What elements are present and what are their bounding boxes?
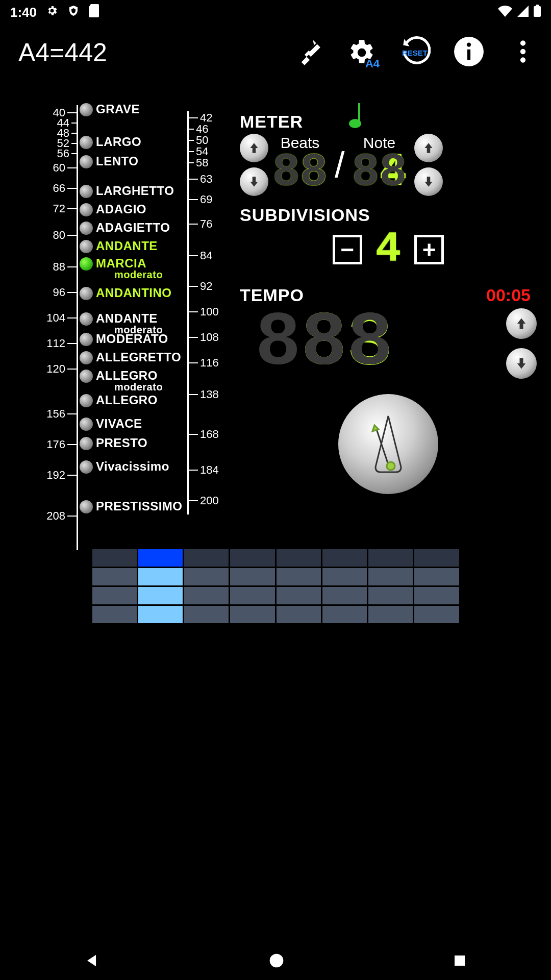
beat-cell[interactable] (322, 549, 367, 567)
scale-right-tick: 116 (189, 356, 219, 370)
note-down-button[interactable] (414, 167, 443, 196)
beat-cell[interactable] (184, 606, 229, 623)
tempo-scale[interactable]: 4044485256606672808896104112120156176192… (10, 101, 235, 550)
sd-card-icon (89, 4, 100, 21)
tempo-item[interactable]: ANDANTINO (80, 287, 172, 300)
tempo-label: ALLEGRO (96, 394, 158, 406)
tempo-item[interactable]: PRESTISSIMO (80, 500, 183, 513)
scale-left-tick: 176 (46, 438, 77, 451)
play-metronome-button[interactable] (338, 394, 438, 494)
beat-cell[interactable] (414, 606, 459, 623)
tempo-dot (80, 312, 93, 326)
tempo-dot (80, 460, 93, 474)
scale-left-tick: 60 (53, 161, 77, 175)
scale-left-tick: 72 (53, 202, 77, 215)
tempo-up-button[interactable] (506, 308, 537, 339)
beat-cell[interactable] (368, 587, 413, 604)
tempo-item[interactable]: MARCIAmoderato (80, 257, 163, 280)
scale-left-tick: 104 (46, 311, 77, 325)
beat-cell[interactable] (277, 587, 321, 604)
beat-cell[interactable] (414, 587, 459, 604)
beat-cell[interactable] (230, 606, 274, 623)
beat-cell[interactable] (368, 606, 413, 623)
nav-home-icon[interactable] (268, 952, 285, 971)
tempo-item[interactable]: PRESTO (80, 437, 147, 450)
beat-cell[interactable] (277, 606, 321, 623)
svg-point-6 (520, 49, 525, 54)
tempo-item[interactable]: ANDANTE (80, 240, 158, 253)
beat-cell[interactable] (138, 568, 183, 585)
svg-rect-13 (455, 955, 465, 966)
reset-icon[interactable]: RESET (399, 36, 431, 69)
tempo-item[interactable]: LARGHETTO (80, 185, 174, 198)
tempo-item[interactable]: ADAGIO (80, 203, 146, 216)
beat-cell[interactable] (414, 568, 459, 585)
tempo-dot (80, 394, 93, 407)
sub-minus-button[interactable]: − (333, 235, 362, 264)
svg-point-7 (520, 57, 525, 62)
beat-cell[interactable] (368, 549, 413, 567)
nav-back-icon[interactable] (84, 952, 101, 971)
beat-cell[interactable] (184, 587, 229, 604)
beat-cell[interactable] (138, 587, 183, 604)
tempo-item[interactable]: ALLEGROmoderato (80, 370, 163, 392)
beat-cell[interactable] (277, 549, 321, 567)
beats-up-button[interactable] (240, 134, 268, 162)
more-icon[interactable] (507, 36, 539, 69)
note-up-button[interactable] (414, 134, 443, 162)
tempo-item[interactable]: MODERATO (80, 333, 168, 346)
beat-cell[interactable] (92, 587, 137, 604)
scale-right-tick: 92 (189, 280, 212, 293)
scale-right-tick: 58 (189, 156, 208, 169)
beat-cell[interactable] (230, 587, 274, 604)
tempo-dot (80, 257, 93, 271)
beat-cell[interactable] (92, 568, 137, 585)
info-icon[interactable] (453, 36, 485, 69)
beat-cell[interactable] (92, 549, 137, 567)
tempo-item[interactable]: ADAGIETTO (80, 222, 170, 235)
tempo-item[interactable]: LENTO (80, 155, 138, 168)
beat-cell[interactable] (184, 568, 229, 585)
status-bar: 1:40 (0, 0, 551, 24)
beats-down-button[interactable] (240, 167, 268, 196)
tempo-down-button[interactable] (506, 348, 537, 379)
wifi-icon (498, 5, 512, 20)
scale-right-tick: 138 (189, 388, 219, 401)
beat-cell[interactable] (230, 549, 274, 567)
tempo-item[interactable]: Vivacissimo (80, 460, 169, 474)
beat-cell[interactable] (138, 606, 183, 623)
tempo-item[interactable]: ALLEGRO (80, 394, 158, 407)
svg-point-9 (349, 119, 361, 128)
beat-cell[interactable] (92, 606, 137, 623)
nav-recent-icon[interactable] (452, 953, 467, 970)
tempo-dot (80, 103, 93, 116)
beat-cell[interactable] (414, 549, 459, 567)
beat-cell[interactable] (322, 568, 367, 585)
beat-cell[interactable] (368, 568, 413, 585)
tempo-dot (80, 333, 93, 346)
signal-icon (517, 5, 529, 20)
beat-cell[interactable] (184, 549, 229, 567)
tuning-fork-icon[interactable] (291, 36, 322, 69)
beat-cell[interactable] (277, 568, 321, 585)
tempo-item[interactable]: LARGO (80, 136, 141, 149)
beat-grid[interactable] (92, 549, 459, 623)
tempo-item[interactable]: VIVACE (80, 418, 142, 431)
tempo-label: ALLEGROmoderato (96, 370, 163, 392)
beat-cell[interactable] (322, 587, 367, 604)
tempo-dot (80, 418, 93, 431)
tempo-item[interactable]: ALLEGRETTO (80, 351, 181, 364)
settings-a4-icon[interactable]: A4 (345, 36, 377, 69)
svg-point-5 (520, 40, 525, 45)
tempo-item[interactable]: GRAVE (80, 103, 140, 116)
beat-cell[interactable] (322, 606, 367, 623)
sub-plus-button[interactable]: + (414, 235, 444, 264)
tempo-dot (80, 437, 93, 450)
beat-cell[interactable] (230, 568, 274, 585)
nav-bar (0, 943, 551, 980)
beat-cell[interactable] (138, 549, 183, 567)
tempo-dot (80, 240, 93, 253)
tempo-dot (80, 351, 93, 364)
tempo-dot (80, 185, 93, 198)
subdivisions-heading: SUBDIVISIONS (240, 205, 537, 225)
